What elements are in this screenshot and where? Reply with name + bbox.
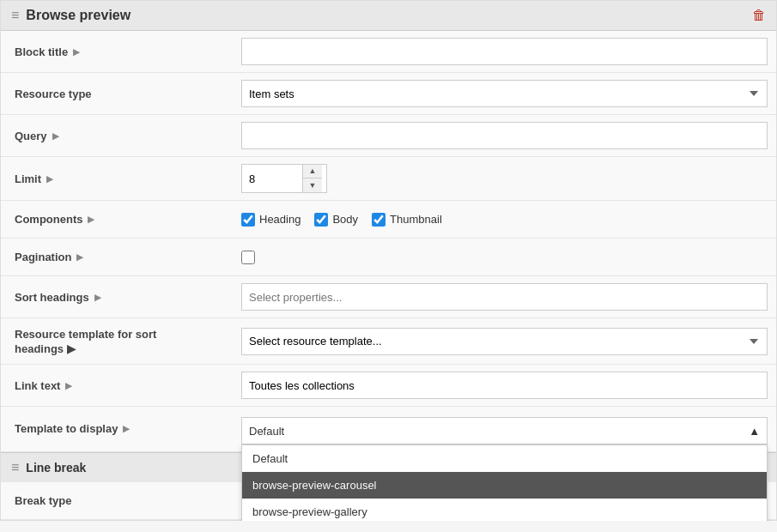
template-option-carousel[interactable]: browse-preview-carousel [242,472,767,499]
panel-header: ≡ Browse preview 🗑 [1,1,776,31]
thumbnail-checkbox[interactable] [372,213,385,227]
resource-type-select-wrapper: Item sets Items Media [241,80,768,107]
thumbnail-label: Thumbnail [390,213,442,226]
query-arrow: ▶ [52,131,59,141]
pagination-control [233,244,776,271]
line-break-drag-icon: ≡ [11,460,19,475]
sort-headings-control [233,276,776,317]
line-break-title: Line break [26,461,86,475]
resource-template-label: Resource template for sort headings ▶ [1,319,233,364]
resource-type-control: Item sets Items Media [233,73,776,114]
components-checkboxes: Heading Body Thumbnail [241,213,442,227]
template-display-value: Default [249,425,284,438]
resource-template-arrow: ▶ [67,342,76,355]
block-title-arrow: ▶ [73,47,80,57]
link-text-row: Link text ▶ [1,365,776,407]
link-text-input[interactable] [241,372,768,399]
pagination-arrow: ▶ [76,252,83,262]
limit-arrow: ▶ [46,174,53,184]
heading-checkbox[interactable] [241,213,255,227]
break-type-label: Break type [1,486,233,516]
thumbnail-checkbox-label[interactable]: Thumbnail [372,213,442,227]
template-option-default[interactable]: Default [242,445,767,472]
block-title-input[interactable] [241,38,768,65]
limit-input[interactable] [242,165,302,192]
pagination-row: Pagination ▶ [1,239,776,276]
template-display-row: Template to display ▶ Default ▲ Default … [1,407,776,452]
limit-label: Limit ▶ [1,164,233,194]
resource-type-label: Resource type [1,79,233,109]
body-checkbox-label[interactable]: Body [314,213,358,227]
pagination-label: Pagination ▶ [1,242,233,272]
query-row: Query ▶ [1,115,776,157]
resource-template-control: Select resource template... [233,321,776,362]
sort-headings-label: Sort headings ▶ [1,282,233,312]
heading-checkbox-label[interactable]: Heading [241,213,300,227]
template-display-button[interactable]: Default ▲ [241,417,768,444]
template-display-chevron: ▲ [749,425,760,438]
link-text-label: Link text ▶ [1,371,233,401]
heading-label: Heading [259,213,300,226]
limit-input-wrapper: ▲ ▼ [241,164,327,193]
browse-preview-panel: ≡ Browse preview 🗑 Block title ▶ Resourc… [0,0,777,521]
template-display-wrapper: Default ▲ Default browse-preview-carouse… [241,417,768,444]
delete-button[interactable]: 🗑 [752,8,766,23]
template-dropdown: Default browse-preview-carousel browse-p… [241,444,768,521]
resource-template-sub-label: headings ▶ [15,342,76,355]
resource-template-select-wrapper: Select resource template... [241,328,768,355]
resource-template-select[interactable]: Select resource template... [241,328,768,355]
drag-icon: ≡ [11,8,19,23]
limit-decrement[interactable]: ▼ [303,178,322,192]
template-display-control: Default ▲ Default browse-preview-carouse… [233,410,776,451]
form-area: Block title ▶ Resource type Item sets It… [1,31,776,452]
sort-headings-row: Sort headings ▶ [1,276,776,318]
block-title-label: Block title ▶ [1,37,233,67]
body-label: Body [332,213,358,226]
components-row: Components ▶ Heading Body Thumbnail [1,201,776,239]
resource-type-select[interactable]: Item sets Items Media [241,80,768,107]
limit-control: ▲ ▼ [233,157,776,200]
block-title-control [233,31,776,72]
sort-headings-input[interactable] [241,283,768,311]
pagination-checkbox[interactable] [241,251,255,264]
resource-template-row: Resource template for sort headings ▶ Se… [1,318,776,365]
body-checkbox[interactable] [314,213,328,227]
components-control: Heading Body Thumbnail [233,206,776,233]
components-arrow: ▶ [88,215,94,224]
sort-headings-arrow: ▶ [94,293,101,302]
query-control [233,115,776,156]
panel-header-left: ≡ Browse preview [11,8,131,23]
template-option-gallery[interactable]: browse-preview-gallery [242,499,767,521]
components-label: Components ▶ [1,204,233,234]
query-input[interactable] [241,122,768,149]
query-label: Query ▶ [1,121,233,151]
block-title-row: Block title ▶ [1,31,776,73]
link-text-control [233,365,776,406]
resource-type-row: Resource type Item sets Items Media [1,73,776,115]
template-display-arrow: ▶ [123,424,130,433]
limit-row: Limit ▶ ▲ ▼ [1,157,776,201]
template-display-label: Template to display ▶ [1,410,233,444]
limit-spinners: ▲ ▼ [302,165,322,192]
panel-title: Browse preview [26,8,131,23]
limit-increment[interactable]: ▲ [303,165,322,178]
link-text-arrow: ▶ [65,381,72,390]
